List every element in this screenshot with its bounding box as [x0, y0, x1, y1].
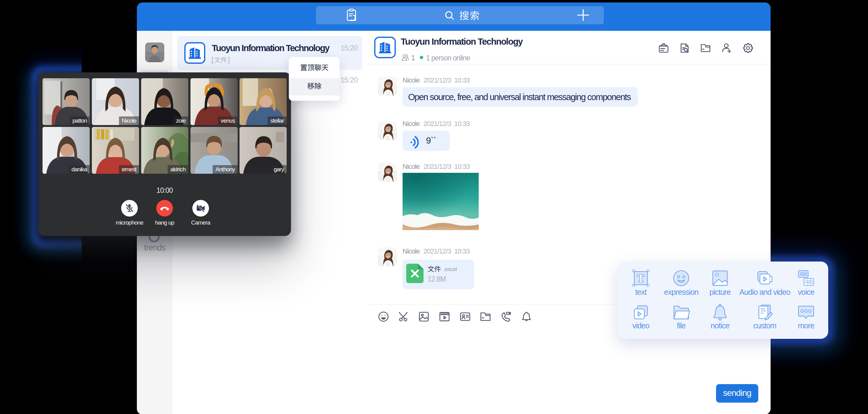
svg-text:]: ] — [228, 56, 230, 64]
svg-text:.excel: .excel — [443, 266, 457, 272]
svg-text:[: [ — [212, 56, 214, 64]
